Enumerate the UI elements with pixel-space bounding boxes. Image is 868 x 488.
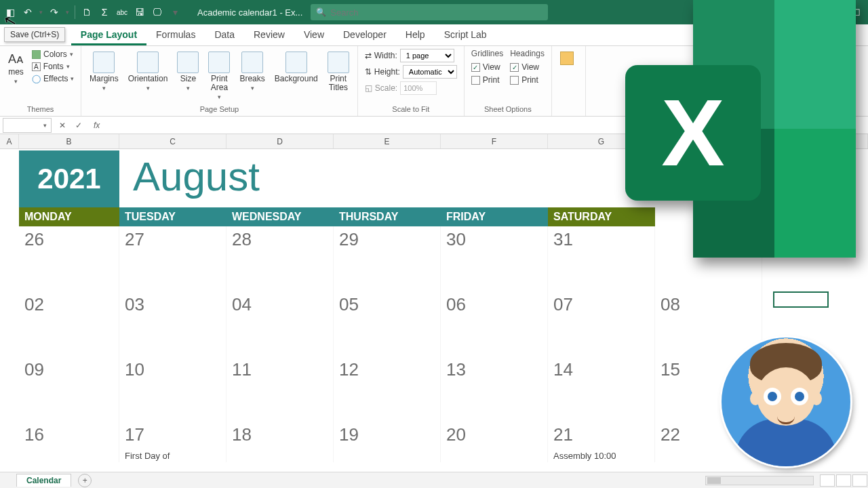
search-box[interactable]: 🔍 <box>311 4 548 20</box>
save-tooltip: Save (Ctrl+S) <box>4 27 65 42</box>
document-title: Academic calendar1 - Ex... <box>197 7 302 18</box>
group-themes: Aᴀ mes▾ Colors ▾ AFonts ▾ ◯Effects ▾ The… <box>0 46 81 116</box>
day-cell[interactable]: 10 <box>119 357 226 422</box>
normal-view-icon[interactable] <box>820 474 835 487</box>
save-icon[interactable]: 🖫 <box>134 6 146 18</box>
cancel-formula-icon[interactable]: ✕ <box>54 121 71 130</box>
group-arrange <box>552 46 586 116</box>
undo-icon[interactable]: ↶ <box>22 6 34 18</box>
col-A[interactable]: A <box>0 134 19 148</box>
bring-forward-button[interactable] <box>559 49 575 69</box>
page-break-view-icon[interactable] <box>852 474 867 487</box>
sheet-tab-strip: Calendar + <box>0 472 868 488</box>
day-cell[interactable]: 06 <box>441 291 548 357</box>
tab-review[interactable]: Review <box>244 25 294 45</box>
new-sheet-button[interactable]: + <box>78 474 92 487</box>
day-cell[interactable]: 26 <box>19 226 119 291</box>
tab-page-layout[interactable]: Page Layout <box>71 25 146 45</box>
page-layout-view-icon[interactable] <box>836 474 851 487</box>
day-cell[interactable]: 19 <box>334 422 441 462</box>
day-cell[interactable]: 30 <box>441 226 548 291</box>
headings-view-checkbox[interactable]: ✓View <box>510 62 545 73</box>
name-box[interactable]: ▾ <box>3 118 52 133</box>
day-cell[interactable]: 17First Day of <box>119 422 226 462</box>
fx-label[interactable]: fx <box>87 121 106 130</box>
width-select[interactable]: 1 page <box>400 49 454 62</box>
orientation-button[interactable]: Orientation▾ <box>127 49 170 95</box>
gridlines-view-checkbox[interactable]: ✓View <box>471 62 503 73</box>
headings-header: Headings <box>510 49 545 58</box>
themes-button[interactable]: Aᴀ mes▾ <box>7 49 25 88</box>
tab-developer[interactable]: Developer <box>334 25 396 45</box>
day-cell[interactable]: 12 <box>334 357 441 422</box>
col-F[interactable]: F <box>441 134 548 148</box>
effects-button[interactable]: ◯Effects ▾ <box>32 73 74 84</box>
breaks-button[interactable]: Breaks▾ <box>238 49 266 95</box>
fonts-button[interactable]: AFonts ▾ <box>32 61 74 72</box>
width-label: Width: <box>374 51 397 60</box>
tab-view[interactable]: View <box>294 25 334 45</box>
print-area-button[interactable]: Print Area▾ <box>207 49 231 103</box>
width-icon: ⇄ <box>365 51 372 60</box>
tab-formulas[interactable]: Formulas <box>146 25 205 45</box>
day-cell[interactable]: 16 <box>19 422 119 462</box>
col-B[interactable]: B <box>19 134 119 148</box>
day-cell[interactable]: 18 <box>226 422 334 462</box>
headings-print-checkbox[interactable]: Print <box>510 75 545 85</box>
gridlines-print-checkbox[interactable]: Print <box>471 75 503 85</box>
present-icon[interactable]: 🖵 <box>151 6 163 18</box>
day-cell[interactable]: 09 <box>19 357 119 422</box>
print-titles-button[interactable]: Print Titles <box>326 49 351 95</box>
day-cell[interactable]: 28 <box>226 226 334 291</box>
colors-button[interactable]: Colors ▾ <box>32 49 74 60</box>
dow-tuesday[interactable]: TUESDAY <box>119 207 226 226</box>
undo-dropdown-icon[interactable]: ▾ <box>39 9 43 16</box>
enter-formula-icon[interactable]: ✓ <box>71 121 87 130</box>
excel-logo-overlay: X <box>625 0 856 264</box>
day-cell[interactable]: 14 <box>548 357 655 422</box>
day-cell[interactable]: 07 <box>548 291 655 357</box>
redo-icon[interactable]: ↷ <box>48 6 60 18</box>
col-D[interactable]: D <box>226 134 334 148</box>
scale-input <box>400 81 437 95</box>
day-cell[interactable]: 02 <box>19 291 119 357</box>
height-select[interactable]: Automatic <box>403 65 457 79</box>
spellcheck-icon[interactable]: abc <box>116 6 128 18</box>
dow-friday[interactable]: FRIDAY <box>441 207 548 226</box>
search-input[interactable] <box>330 7 542 18</box>
day-cell[interactable]: 03 <box>119 291 226 357</box>
month-title[interactable]: August <box>133 153 260 200</box>
redo-dropdown-icon[interactable]: ▾ <box>66 9 69 16</box>
day-note[interactable]: First Day of <box>125 451 170 461</box>
horizontal-scrollbar[interactable] <box>705 476 814 485</box>
tab-script-lab[interactable]: Script Lab <box>435 25 496 45</box>
background-button[interactable]: Background <box>273 49 319 86</box>
tab-data[interactable]: Data <box>205 25 244 45</box>
day-note[interactable]: Assembly 10:00 <box>553 451 616 461</box>
day-cell[interactable]: 04 <box>226 291 334 357</box>
day-cell[interactable]: 20 <box>441 422 548 462</box>
dow-thursday[interactable]: THURSDAY <box>334 207 441 226</box>
tab-help[interactable]: Help <box>396 25 435 45</box>
height-label: Height: <box>374 67 400 77</box>
day-cell[interactable]: 08 <box>655 291 762 357</box>
size-button[interactable]: Size▾ <box>176 49 200 95</box>
col-E[interactable]: E <box>334 134 441 148</box>
qat-customize-icon[interactable]: ▾ <box>169 6 181 18</box>
sheet-tab-calendar[interactable]: Calendar <box>16 474 71 487</box>
day-cell[interactable]: 05 <box>334 291 441 357</box>
day-cell[interactable]: 11 <box>226 357 334 422</box>
selected-cell[interactable] <box>773 291 829 308</box>
margins-button[interactable]: Margins▾ <box>88 49 120 95</box>
dow-wednesday[interactable]: WEDNESDAY <box>226 207 334 226</box>
dow-monday[interactable]: MONDAY <box>19 207 119 226</box>
day-cell[interactable]: 27 <box>119 226 226 291</box>
col-C[interactable]: C <box>119 134 226 148</box>
day-cell[interactable]: 13 <box>441 357 548 422</box>
new-file-icon[interactable]: 🗋 <box>81 6 93 18</box>
day-cell[interactable]: 29 <box>334 226 441 291</box>
search-icon: 🔍 <box>316 7 326 17</box>
year-cell[interactable]: 2021 <box>19 150 119 207</box>
autosum-icon[interactable]: Σ <box>98 6 111 18</box>
day-cell[interactable]: 21Assembly 10:00 <box>548 422 655 462</box>
